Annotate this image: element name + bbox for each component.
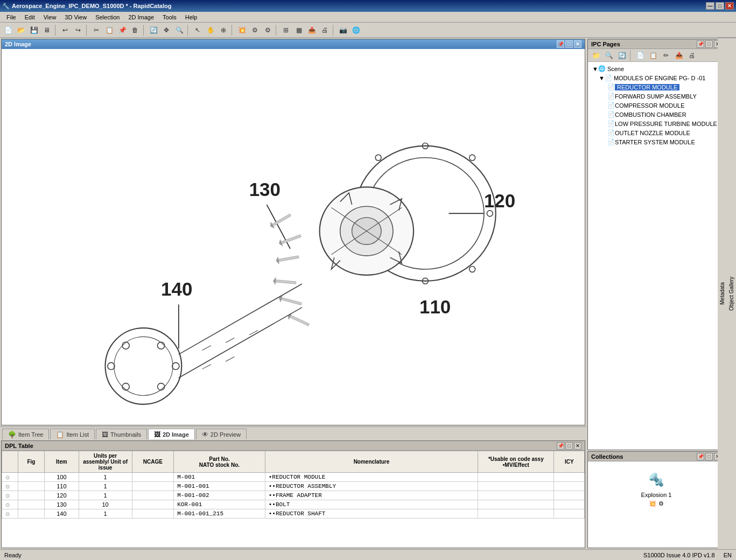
ipc-pin[interactable]: 📌 bbox=[697, 40, 704, 48]
side-tab-object-gallery[interactable]: Object Gallery bbox=[727, 38, 736, 549]
tb-zoom[interactable]: ⊕ bbox=[218, 24, 229, 36]
dpl-pin[interactable]: 📌 bbox=[557, 442, 564, 450]
status-text: Ready bbox=[4, 552, 22, 558]
menu-3dview[interactable]: 3D View bbox=[60, 13, 91, 22]
tab-item-tree[interactable]: 🌳 Item Tree bbox=[2, 429, 49, 439]
tree-item-compressor[interactable]: 📄 COMPRESSOR MODULE bbox=[590, 101, 723, 110]
menu-edit[interactable]: Edit bbox=[20, 13, 39, 22]
tb-monitor[interactable]: 🖥 bbox=[41, 24, 53, 36]
ipc-tb-folder[interactable]: 📁 bbox=[590, 50, 602, 61]
compressor-label: COMPRESSOR MODULE bbox=[615, 102, 685, 109]
ipc-tb-refresh[interactable]: 🔄 bbox=[616, 50, 628, 61]
table-row[interactable]: ⊙ 140 1 M-001-001_215 ••REDUCTOR SHAFT bbox=[2, 509, 585, 519]
ipc-tb-export[interactable]: 📤 bbox=[673, 50, 685, 61]
tb-delete[interactable]: 🗑 bbox=[129, 24, 141, 36]
close-button[interactable]: ✕ bbox=[725, 2, 734, 10]
tb-export[interactable]: 📤 bbox=[306, 24, 318, 36]
col-partno: Part No.NATO stock No. bbox=[174, 451, 265, 473]
table-row[interactable]: ⊙ 110 1 M-001-001 ••REDUCTOR ASSEMBLY bbox=[2, 482, 585, 491]
tree-item-scene[interactable]: ▼ 🌐 Scene bbox=[590, 64, 723, 73]
tb-explode[interactable]: 💥 bbox=[236, 24, 248, 36]
panel-close[interactable]: ✕ bbox=[574, 40, 581, 48]
menu-tools[interactable]: Tools bbox=[158, 13, 181, 22]
row-partno: M-001-002 bbox=[174, 491, 265, 500]
coll-restore[interactable]: □ bbox=[705, 453, 713, 460]
ipc-tb-copy[interactable]: 📋 bbox=[647, 50, 659, 61]
tb-paste[interactable]: 📌 bbox=[116, 24, 128, 36]
statusbar: Ready S1000D Issue 4.0 IPD v1.8 EN bbox=[0, 549, 736, 560]
menu-2dimage[interactable]: 2D Image bbox=[124, 13, 158, 22]
dpl-close[interactable]: ✕ bbox=[574, 442, 581, 450]
collection-explosion1[interactable]: 🔩 Explosion 1 💥 ⚙ bbox=[639, 467, 674, 509]
tb-settings[interactable]: ⚙ bbox=[262, 24, 274, 36]
menu-view[interactable]: View bbox=[39, 13, 61, 22]
panel-pin[interactable]: 📌 bbox=[557, 40, 564, 48]
image-canvas: 130 120 110 140 bbox=[2, 49, 585, 425]
image-panel: 2D Image 📌 □ ✕ 130 120 bbox=[1, 39, 585, 425]
tree-item-outlet[interactable]: 📄 OUTLET NOZZLE MODULE bbox=[590, 128, 723, 137]
ipc-tb-new-doc[interactable]: 📄 bbox=[634, 50, 646, 61]
tb-camera[interactable]: 📷 bbox=[337, 24, 349, 36]
menu-selection[interactable]: Selection bbox=[91, 13, 124, 22]
tb-undo[interactable]: ↩ bbox=[59, 24, 71, 36]
tb-open[interactable]: 📂 bbox=[15, 24, 27, 36]
dpl-panel-title: DPL Table bbox=[5, 443, 33, 449]
menu-help[interactable]: Help bbox=[181, 13, 202, 22]
tab-thumbnails[interactable]: 🖼 Thumbnails bbox=[96, 429, 147, 439]
tb-parts[interactable]: ⚙ bbox=[249, 24, 261, 36]
row-item: 130 bbox=[45, 500, 79, 509]
table-row[interactable]: ⊙ 100 1 M-001 •REDUCTOR MODULE bbox=[2, 473, 585, 482]
tb-print[interactable]: 🖨 bbox=[319, 24, 331, 36]
tb-rotate[interactable]: 🔄 bbox=[148, 24, 159, 36]
panel-restore[interactable]: □ bbox=[565, 40, 573, 48]
tb-zoom-in[interactable]: 🔍 bbox=[173, 24, 185, 36]
tree-item-combustion[interactable]: 📄 COMBUSTION CHAMBER bbox=[590, 110, 723, 119]
tb-copy[interactable]: 📋 bbox=[103, 24, 115, 36]
tb-new[interactable]: 📄 bbox=[2, 24, 14, 36]
tree-item-starter[interactable]: 📄 STARTER SYSTEM MODULE bbox=[590, 137, 723, 146]
table-row[interactable]: ⊙ 130 10 KOR-001 ••BOLT bbox=[2, 500, 585, 509]
dpl-restore[interactable]: □ bbox=[565, 442, 573, 450]
tab-2d-preview[interactable]: 👁 2D Preview bbox=[196, 429, 247, 439]
tb-pan[interactable]: ✋ bbox=[205, 24, 216, 36]
tb-save[interactable]: 💾 bbox=[28, 24, 40, 36]
menu-file[interactable]: File bbox=[2, 13, 20, 22]
tb-sep2 bbox=[86, 25, 88, 36]
svg-text:110: 110 bbox=[419, 296, 451, 317]
tree-item-reductor[interactable]: 📄 REDUCTOR MODULE bbox=[590, 82, 723, 92]
side-tab-metadata[interactable]: Metadata bbox=[718, 38, 727, 549]
tree-item-modules[interactable]: ▼ 📄 MODULES OF ENGINE PG- D -01 bbox=[590, 73, 723, 82]
tb-cut[interactable]: ✂ bbox=[90, 24, 102, 36]
row-units: 1 bbox=[79, 482, 132, 491]
dpl-table-container[interactable]: Fig Item Units per assembly/ Unit of iss… bbox=[2, 451, 585, 548]
collection-sub-icons: 💥 ⚙ bbox=[649, 500, 664, 507]
table-row[interactable]: ⊙ 120 1 M-001-002 ••FRAME ADAPTER bbox=[2, 491, 585, 500]
row-units: 10 bbox=[79, 500, 132, 509]
minimize-button[interactable]: — bbox=[706, 2, 714, 10]
row-usable bbox=[478, 482, 554, 491]
coll-pin[interactable]: 📌 bbox=[697, 453, 704, 460]
tb-layers[interactable]: ▦ bbox=[293, 24, 305, 36]
sub-icon-star: 💥 bbox=[649, 500, 656, 507]
tree-item-lpt[interactable]: 📄 LOW PRESSURE TURBINE MODULE bbox=[590, 119, 723, 128]
tb-move[interactable]: ✥ bbox=[160, 24, 172, 36]
app-icon: 🔧 bbox=[2, 3, 10, 10]
tb-select[interactable]: ↖ bbox=[192, 24, 204, 36]
tb-redo[interactable]: ↪ bbox=[72, 24, 84, 36]
tab-item-list[interactable]: 📋 Item List bbox=[50, 429, 95, 439]
ipc-tb-search[interactable]: 🔍 bbox=[603, 50, 615, 61]
tb-globe[interactable]: 🌐 bbox=[350, 24, 362, 36]
ipc-tb-edit[interactable]: ✏ bbox=[660, 50, 672, 61]
row-icy bbox=[554, 509, 585, 519]
ipc-restore[interactable]: □ bbox=[705, 40, 713, 48]
tree-item-forward-sump[interactable]: 📄 FORWARD SUMP ASSEMBLY bbox=[590, 92, 723, 101]
toolbar: 📄 📂 💾 🖥 ↩ ↪ ✂ 📋 📌 🗑 🔄 ✥ 🔍 ↖ ✋ ⊕ 💥 ⚙ ⚙ ⊞ … bbox=[0, 23, 736, 38]
col-item: Item bbox=[45, 451, 79, 473]
tb-grid[interactable]: ⊞ bbox=[280, 24, 292, 36]
row-icon-cell: ⊙ bbox=[2, 509, 18, 519]
tab-2d-image[interactable]: 🖼 2D Image bbox=[148, 429, 195, 439]
svg-text:120: 120 bbox=[484, 190, 515, 211]
restore-button[interactable]: □ bbox=[716, 2, 724, 10]
col-icy: ICY bbox=[554, 451, 585, 473]
ipc-tb-print[interactable]: 🖨 bbox=[686, 50, 698, 61]
